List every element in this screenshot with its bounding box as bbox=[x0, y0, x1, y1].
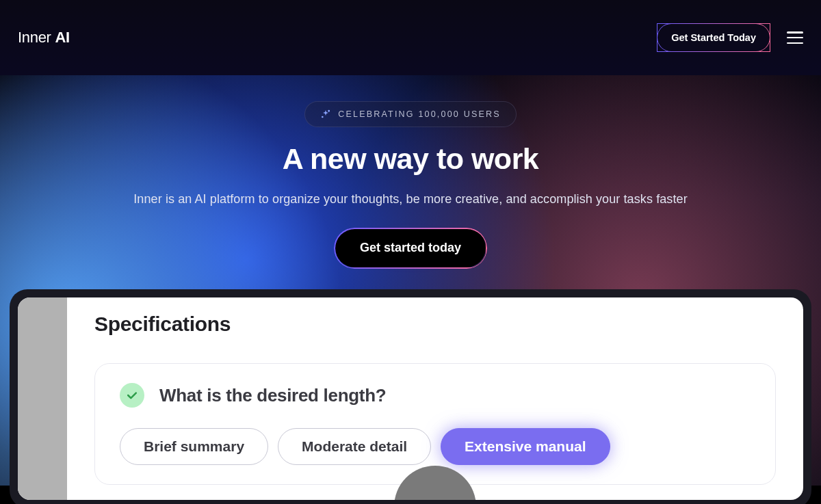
logo-text-part2: AI bbox=[55, 29, 69, 46]
badge-text: CELEBRATING 100,000 USERS bbox=[338, 109, 500, 119]
question-text: What is the desired length? bbox=[159, 385, 386, 406]
logo[interactable]: Inner AI bbox=[18, 29, 70, 47]
question-header: What is the desired length? bbox=[120, 383, 751, 408]
menu-icon[interactable] bbox=[787, 31, 803, 44]
app-sidebar bbox=[18, 297, 67, 500]
app-preview-frame: Specifications What is the desired lengt… bbox=[10, 289, 811, 504]
hero-get-started-button[interactable]: Get started today bbox=[335, 228, 486, 267]
header-right: Get Started Today bbox=[657, 23, 803, 52]
hero-subtitle: Inner is an AI platform to organize your… bbox=[0, 192, 821, 207]
hero-section: CELEBRATING 100,000 USERS A new way to w… bbox=[0, 75, 821, 267]
specifications-title: Specifications bbox=[94, 313, 776, 336]
options-row: Brief summary Moderate detail Extensive … bbox=[120, 428, 751, 465]
site-header: Inner AI Get Started Today bbox=[0, 0, 821, 75]
hero-cta-label: Get started today bbox=[360, 241, 461, 254]
option-moderate-detail[interactable]: Moderate detail bbox=[278, 428, 431, 465]
header-get-started-button[interactable]: Get Started Today bbox=[657, 23, 770, 52]
sparkle-icon bbox=[320, 109, 331, 120]
check-icon bbox=[120, 383, 144, 408]
option-brief-summary[interactable]: Brief summary bbox=[120, 428, 268, 465]
hero-title: A new way to work bbox=[0, 142, 821, 176]
app-main: Specifications What is the desired lengt… bbox=[67, 297, 803, 500]
announcement-badge: CELEBRATING 100,000 USERS bbox=[304, 101, 516, 127]
logo-text-part1: Inner bbox=[18, 29, 55, 46]
app-preview-inner: Specifications What is the desired lengt… bbox=[18, 297, 803, 500]
svg-point-1 bbox=[322, 116, 323, 117]
svg-point-0 bbox=[328, 111, 330, 112]
header-cta-label: Get Started Today bbox=[671, 32, 756, 43]
option-extensive-manual[interactable]: Extensive manual bbox=[441, 428, 610, 465]
